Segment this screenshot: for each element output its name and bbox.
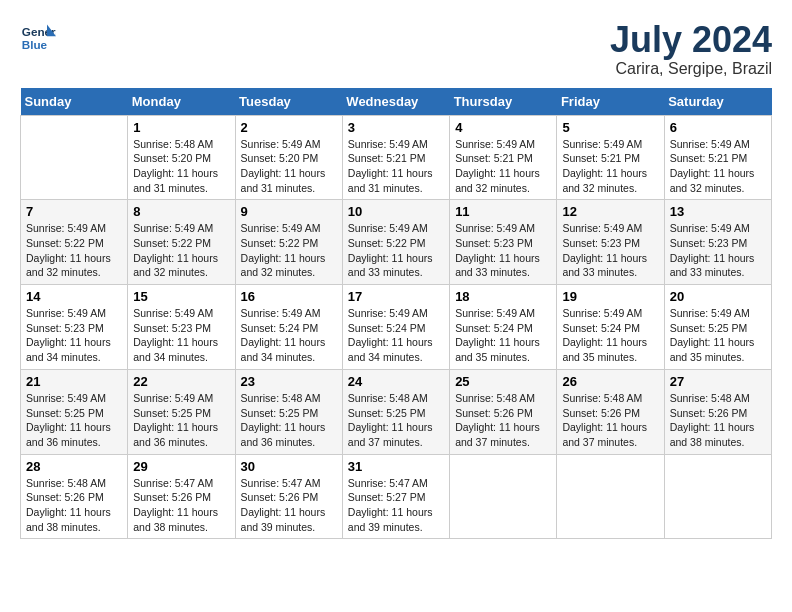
calendar-cell: 12Sunrise: 5:49 AM Sunset: 5:23 PM Dayli…	[557, 200, 664, 285]
calendar-cell: 5Sunrise: 5:49 AM Sunset: 5:21 PM Daylig…	[557, 115, 664, 200]
day-number: 26	[562, 374, 658, 389]
day-number: 8	[133, 204, 229, 219]
day-number: 15	[133, 289, 229, 304]
day-info: Sunrise: 5:47 AM Sunset: 5:26 PM Dayligh…	[133, 476, 229, 535]
day-number: 23	[241, 374, 337, 389]
weekday-header-tuesday: Tuesday	[235, 88, 342, 116]
calendar-table: SundayMondayTuesdayWednesdayThursdayFrid…	[20, 88, 772, 540]
calendar-body: 1Sunrise: 5:48 AM Sunset: 5:20 PM Daylig…	[21, 115, 772, 539]
day-info: Sunrise: 5:49 AM Sunset: 5:21 PM Dayligh…	[348, 137, 444, 196]
weekday-header-wednesday: Wednesday	[342, 88, 449, 116]
calendar-week-4: 21Sunrise: 5:49 AM Sunset: 5:25 PM Dayli…	[21, 369, 772, 454]
day-number: 25	[455, 374, 551, 389]
day-number: 3	[348, 120, 444, 135]
day-number: 6	[670, 120, 766, 135]
calendar-cell: 28Sunrise: 5:48 AM Sunset: 5:26 PM Dayli…	[21, 454, 128, 539]
day-info: Sunrise: 5:47 AM Sunset: 5:26 PM Dayligh…	[241, 476, 337, 535]
day-number: 5	[562, 120, 658, 135]
day-info: Sunrise: 5:49 AM Sunset: 5:23 PM Dayligh…	[133, 306, 229, 365]
day-info: Sunrise: 5:49 AM Sunset: 5:25 PM Dayligh…	[670, 306, 766, 365]
calendar-cell: 9Sunrise: 5:49 AM Sunset: 5:22 PM Daylig…	[235, 200, 342, 285]
calendar-cell: 20Sunrise: 5:49 AM Sunset: 5:25 PM Dayli…	[664, 285, 771, 370]
calendar-cell: 10Sunrise: 5:49 AM Sunset: 5:22 PM Dayli…	[342, 200, 449, 285]
day-info: Sunrise: 5:48 AM Sunset: 5:26 PM Dayligh…	[670, 391, 766, 450]
day-info: Sunrise: 5:48 AM Sunset: 5:20 PM Dayligh…	[133, 137, 229, 196]
calendar-week-5: 28Sunrise: 5:48 AM Sunset: 5:26 PM Dayli…	[21, 454, 772, 539]
calendar-cell	[557, 454, 664, 539]
day-number: 20	[670, 289, 766, 304]
day-number: 31	[348, 459, 444, 474]
calendar-week-2: 7Sunrise: 5:49 AM Sunset: 5:22 PM Daylig…	[21, 200, 772, 285]
day-info: Sunrise: 5:49 AM Sunset: 5:22 PM Dayligh…	[241, 221, 337, 280]
weekday-header-sunday: Sunday	[21, 88, 128, 116]
day-number: 11	[455, 204, 551, 219]
day-info: Sunrise: 5:49 AM Sunset: 5:23 PM Dayligh…	[562, 221, 658, 280]
day-number: 19	[562, 289, 658, 304]
day-info: Sunrise: 5:49 AM Sunset: 5:23 PM Dayligh…	[670, 221, 766, 280]
day-info: Sunrise: 5:49 AM Sunset: 5:23 PM Dayligh…	[455, 221, 551, 280]
calendar-cell: 6Sunrise: 5:49 AM Sunset: 5:21 PM Daylig…	[664, 115, 771, 200]
calendar-cell: 16Sunrise: 5:49 AM Sunset: 5:24 PM Dayli…	[235, 285, 342, 370]
day-info: Sunrise: 5:49 AM Sunset: 5:21 PM Dayligh…	[562, 137, 658, 196]
day-number: 28	[26, 459, 122, 474]
calendar-cell: 29Sunrise: 5:47 AM Sunset: 5:26 PM Dayli…	[128, 454, 235, 539]
day-number: 24	[348, 374, 444, 389]
location-title: Carira, Sergipe, Brazil	[610, 60, 772, 78]
page-header: General Blue July 2024 Carira, Sergipe, …	[20, 20, 772, 78]
weekday-header-friday: Friday	[557, 88, 664, 116]
day-info: Sunrise: 5:48 AM Sunset: 5:25 PM Dayligh…	[348, 391, 444, 450]
day-info: Sunrise: 5:49 AM Sunset: 5:25 PM Dayligh…	[26, 391, 122, 450]
logo: General Blue	[20, 20, 56, 56]
calendar-cell: 13Sunrise: 5:49 AM Sunset: 5:23 PM Dayli…	[664, 200, 771, 285]
calendar-cell: 25Sunrise: 5:48 AM Sunset: 5:26 PM Dayli…	[450, 369, 557, 454]
day-number: 13	[670, 204, 766, 219]
day-info: Sunrise: 5:49 AM Sunset: 5:22 PM Dayligh…	[133, 221, 229, 280]
day-number: 29	[133, 459, 229, 474]
weekday-header-thursday: Thursday	[450, 88, 557, 116]
day-info: Sunrise: 5:48 AM Sunset: 5:25 PM Dayligh…	[241, 391, 337, 450]
calendar-cell: 22Sunrise: 5:49 AM Sunset: 5:25 PM Dayli…	[128, 369, 235, 454]
calendar-week-3: 14Sunrise: 5:49 AM Sunset: 5:23 PM Dayli…	[21, 285, 772, 370]
calendar-cell: 30Sunrise: 5:47 AM Sunset: 5:26 PM Dayli…	[235, 454, 342, 539]
calendar-cell: 21Sunrise: 5:49 AM Sunset: 5:25 PM Dayli…	[21, 369, 128, 454]
svg-text:Blue: Blue	[22, 38, 48, 51]
day-number: 30	[241, 459, 337, 474]
day-info: Sunrise: 5:49 AM Sunset: 5:23 PM Dayligh…	[26, 306, 122, 365]
day-info: Sunrise: 5:49 AM Sunset: 5:24 PM Dayligh…	[348, 306, 444, 365]
calendar-cell	[450, 454, 557, 539]
day-number: 4	[455, 120, 551, 135]
calendar-cell: 27Sunrise: 5:48 AM Sunset: 5:26 PM Dayli…	[664, 369, 771, 454]
calendar-cell: 26Sunrise: 5:48 AM Sunset: 5:26 PM Dayli…	[557, 369, 664, 454]
day-number: 12	[562, 204, 658, 219]
calendar-cell	[21, 115, 128, 200]
title-block: July 2024 Carira, Sergipe, Brazil	[610, 20, 772, 78]
day-number: 14	[26, 289, 122, 304]
calendar-cell: 19Sunrise: 5:49 AM Sunset: 5:24 PM Dayli…	[557, 285, 664, 370]
calendar-cell: 17Sunrise: 5:49 AM Sunset: 5:24 PM Dayli…	[342, 285, 449, 370]
day-number: 7	[26, 204, 122, 219]
day-info: Sunrise: 5:48 AM Sunset: 5:26 PM Dayligh…	[26, 476, 122, 535]
calendar-cell: 31Sunrise: 5:47 AM Sunset: 5:27 PM Dayli…	[342, 454, 449, 539]
calendar-cell: 15Sunrise: 5:49 AM Sunset: 5:23 PM Dayli…	[128, 285, 235, 370]
day-number: 10	[348, 204, 444, 219]
calendar-cell: 23Sunrise: 5:48 AM Sunset: 5:25 PM Dayli…	[235, 369, 342, 454]
calendar-cell: 1Sunrise: 5:48 AM Sunset: 5:20 PM Daylig…	[128, 115, 235, 200]
weekday-header-saturday: Saturday	[664, 88, 771, 116]
calendar-cell: 14Sunrise: 5:49 AM Sunset: 5:23 PM Dayli…	[21, 285, 128, 370]
weekday-header-monday: Monday	[128, 88, 235, 116]
day-info: Sunrise: 5:49 AM Sunset: 5:20 PM Dayligh…	[241, 137, 337, 196]
day-number: 9	[241, 204, 337, 219]
calendar-week-1: 1Sunrise: 5:48 AM Sunset: 5:20 PM Daylig…	[21, 115, 772, 200]
calendar-cell: 7Sunrise: 5:49 AM Sunset: 5:22 PM Daylig…	[21, 200, 128, 285]
calendar-cell: 8Sunrise: 5:49 AM Sunset: 5:22 PM Daylig…	[128, 200, 235, 285]
day-info: Sunrise: 5:49 AM Sunset: 5:21 PM Dayligh…	[670, 137, 766, 196]
calendar-cell: 11Sunrise: 5:49 AM Sunset: 5:23 PM Dayli…	[450, 200, 557, 285]
day-number: 21	[26, 374, 122, 389]
month-title: July 2024	[610, 20, 772, 60]
calendar-cell: 3Sunrise: 5:49 AM Sunset: 5:21 PM Daylig…	[342, 115, 449, 200]
calendar-cell	[664, 454, 771, 539]
day-number: 22	[133, 374, 229, 389]
calendar-cell: 2Sunrise: 5:49 AM Sunset: 5:20 PM Daylig…	[235, 115, 342, 200]
day-info: Sunrise: 5:49 AM Sunset: 5:22 PM Dayligh…	[348, 221, 444, 280]
day-number: 18	[455, 289, 551, 304]
